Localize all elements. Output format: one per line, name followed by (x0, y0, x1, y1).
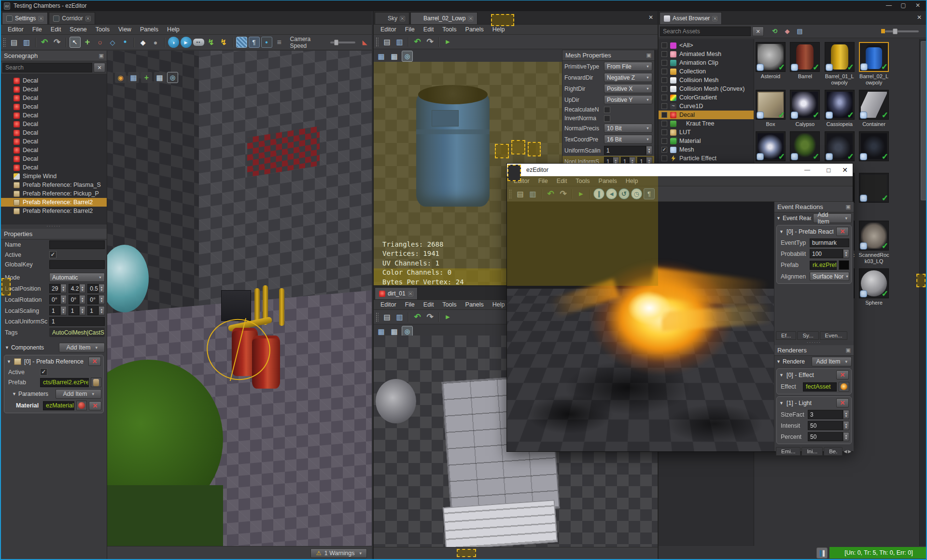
panel-tab[interactable]: Ef... (776, 331, 796, 340)
eventtype-field[interactable]: burnmark (810, 238, 849, 247)
export-icon[interactable] (442, 311, 453, 322)
clock-icon[interactable] (631, 188, 642, 199)
database-icon[interactable]: ⟲ (769, 26, 780, 37)
menu-item[interactable]: Tools (572, 177, 593, 185)
save-icon[interactable] (381, 36, 393, 47)
tags-dropdown[interactable]: AutoColMesh|CastShadow (49, 328, 105, 337)
type-filter-checkbox[interactable] (661, 103, 667, 109)
menu-item[interactable]: Edit (47, 25, 65, 34)
redo-icon[interactable] (52, 37, 63, 48)
scaling-x-stepper[interactable]: 1▲▼ (49, 306, 67, 315)
type-filter-checkbox[interactable] (661, 69, 667, 74)
panel-tab[interactable]: Be. (824, 447, 843, 456)
scale-icon[interactable] (107, 37, 118, 48)
property-dropdown[interactable]: Positive X (604, 84, 652, 93)
asset-item[interactable]: ✓ Sphere (857, 267, 890, 309)
reaction-prefab-field[interactable]: rk.ezPrefab (810, 261, 837, 270)
translate-icon[interactable] (82, 37, 93, 48)
sep-icon[interactable] (590, 189, 590, 199)
toolbar-handle[interactable] (3, 38, 6, 47)
alignment-dropdown[interactable]: Surface Nor (810, 272, 849, 281)
property-checkbox[interactable] (604, 115, 610, 122)
saveall-icon[interactable] (394, 311, 405, 322)
effect-asset-field[interactable]: fectAsset (803, 382, 837, 392)
scenegraph-item[interactable]: Decal (1, 137, 107, 146)
flashy-icon[interactable] (218, 37, 229, 48)
eye-icon[interactable] (115, 72, 126, 83)
menu-item[interactable]: Help (163, 25, 183, 34)
remove-component-button[interactable]: ✕ (88, 357, 101, 366)
tab-close-icon[interactable]: ✕ (38, 16, 43, 21)
mode-dropdown[interactable]: Automatic (49, 273, 105, 282)
panel-float-icon[interactable]: ▣ (846, 204, 851, 210)
effect-asset-thumbnail[interactable] (839, 382, 849, 392)
undo-icon[interactable] (412, 311, 423, 322)
probability-stepper[interactable]: 100▲▼ (810, 249, 849, 258)
scene-tab[interactable]: Settings ✕ (2, 12, 48, 24)
uniform-scaling-field[interactable]: 1 (49, 317, 105, 326)
asset-type-item[interactable]: Collision Mesh (659, 76, 754, 84)
close-button[interactable]: ✕ (911, 0, 925, 11)
asset-browser-tab[interactable]: Asset Browser ✕ (660, 12, 722, 24)
prefab-asset-field[interactable]: cts/Barrel2.ezPrefab (40, 378, 89, 387)
layers-icon[interactable] (274, 37, 285, 48)
type-filter-checkbox[interactable] (661, 155, 667, 161)
asset-type-item[interactable]: Collection (659, 67, 754, 76)
position-x-stepper[interactable]: 29 m▲▼ (49, 284, 67, 293)
asset-item[interactable]: ✓ (823, 130, 856, 166)
property-dropdown[interactable]: 16 Bit (604, 135, 652, 144)
property-dropdown[interactable]: Positive Y (604, 95, 652, 104)
undo-icon[interactable] (545, 188, 556, 199)
panel-tab[interactable]: Emi... (776, 447, 801, 456)
toolbar-handle[interactable] (509, 189, 512, 199)
saveall-icon[interactable] (394, 36, 405, 47)
maximize-button[interactable]: □ (827, 167, 830, 174)
name-field[interactable] (49, 240, 105, 249)
material-asset-thumbnail[interactable] (76, 401, 87, 410)
asset-item[interactable]: ✓ (857, 130, 890, 166)
mesh-tab[interactable]: Sky ✕ (375, 12, 409, 24)
menu-item[interactable]: File (28, 25, 46, 34)
asset-type-item[interactable]: Particle Effect (659, 154, 754, 163)
scenegraph-item[interactable]: Decal (1, 128, 107, 137)
flashg-icon[interactable] (206, 37, 217, 48)
menu-item[interactable]: File (401, 300, 419, 309)
undo-icon[interactable] (412, 36, 423, 47)
mesh-tab[interactable]: Barrel_02_Lowp ✕ (410, 12, 478, 24)
type-filter-checkbox[interactable] (661, 51, 667, 57)
sep-icon[interactable] (438, 37, 439, 47)
sep-icon[interactable] (572, 189, 573, 199)
images-icon[interactable] (128, 72, 139, 83)
whitebox-icon[interactable] (138, 37, 149, 48)
list-view-icon[interactable]: ▤ (794, 26, 805, 37)
menu-item[interactable]: File (534, 177, 552, 185)
pilcrow-icon[interactable] (644, 188, 655, 199)
type-filter-checkbox[interactable] (661, 60, 667, 66)
panel-float-icon[interactable]: ▣ (646, 52, 651, 58)
menu-item[interactable]: Panels (462, 300, 488, 309)
redo-icon[interactable] (424, 311, 435, 322)
play-icon[interactable] (168, 37, 179, 48)
scenegraph-item[interactable]: Decal (1, 163, 107, 172)
scenegraph-item[interactable]: Prefab Reference: Barrel2 (1, 198, 107, 207)
redo-icon[interactable] (558, 188, 569, 199)
close-button[interactable]: ✕ (842, 166, 848, 174)
position-y-stepper[interactable]: 4.25▲▼ (69, 284, 86, 293)
save-icon[interactable] (9, 37, 20, 48)
camera-icon[interactable] (167, 72, 178, 83)
menu-item[interactable]: Edit (420, 25, 438, 34)
scene-tab[interactable]: Corridor ✕ (49, 12, 95, 24)
sep-icon[interactable] (164, 38, 165, 47)
menu-item[interactable]: Help (489, 300, 509, 309)
scenegraph-item[interactable]: Prefab Reference: Pickup_P (1, 189, 107, 198)
remove-material-button[interactable]: ✕ (89, 401, 101, 410)
imgexport-icon[interactable] (389, 51, 400, 62)
asset-item[interactable]: ✓ Cassiopeia (823, 89, 856, 130)
menu-item[interactable]: Tools (438, 25, 460, 34)
rotation-z-stepper[interactable]: 0°▲▼ (87, 295, 105, 304)
remove-renderer-button[interactable]: ✕ (836, 370, 849, 379)
asset-item[interactable]: ✓ Calypso (788, 89, 821, 130)
snap-icon[interactable] (120, 37, 131, 48)
remove-renderer-button[interactable]: ✕ (836, 398, 849, 407)
minimize-button[interactable]: — (882, 0, 896, 11)
